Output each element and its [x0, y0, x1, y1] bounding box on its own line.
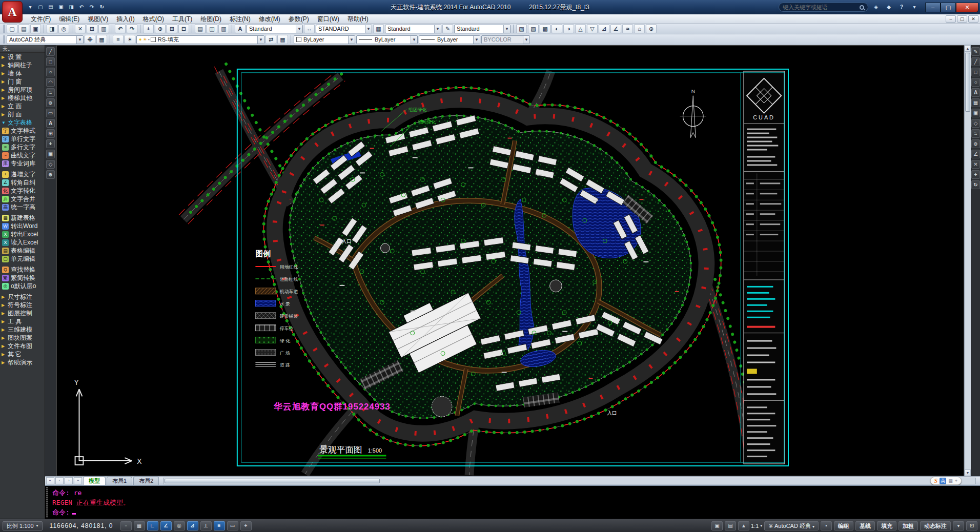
line-tool-icon[interactable]: ╱ — [46, 47, 55, 56]
layer-states-icon[interactable]: ☀ — [125, 35, 135, 44]
scroll-up-icon[interactable]: ▲ — [965, 45, 971, 52]
chevron-down-icon[interactable]: ▼ — [411, 36, 417, 44]
communication-center-icon[interactable]: ◈ — [871, 3, 881, 11]
point-tool-icon[interactable]: ⊙ — [971, 139, 980, 148]
layout-space-icon[interactable]: ▤ — [725, 521, 736, 530]
paste-icon[interactable]: ▥ — [98, 24, 109, 33]
copy-icon[interactable]: ⊞ — [87, 24, 97, 33]
grid-settings-icon[interactable]: ▦ — [96, 35, 107, 44]
sidebar-group-elevation[interactable]: ▶立 面 — [0, 102, 45, 110]
sidebar-item-text-merge[interactable]: 并文字合并 — [0, 195, 45, 203]
chevron-down-icon[interactable]: ▼ — [434, 25, 441, 33]
sidebar-item-default-layer[interactable]: ◎o默认层o — [0, 282, 45, 290]
mdi-close-button[interactable]: ✕ — [968, 15, 978, 23]
text-style-combo[interactable]: Standard▼ — [247, 25, 303, 33]
sidebar-item-unify-height[interactable]: 高统一字高 — [0, 203, 45, 211]
lineweight-combo[interactable]: ByLayer▼ — [419, 35, 480, 44]
circle-tool-icon[interactable]: ○ — [971, 78, 980, 87]
horizontal-scroll-thumb[interactable] — [165, 479, 380, 483]
dyn-toggle[interactable]: ≡ — [214, 521, 225, 530]
sidebar-group-symbol[interactable]: ▶符号标注 — [0, 301, 45, 309]
table-style-combo[interactable]: Standard▼ — [385, 25, 441, 33]
chevron-down-icon[interactable]: ▼ — [76, 36, 83, 44]
layer-freeze-icon[interactable]: ☀ — [142, 37, 147, 42]
save-icon[interactable]: ▣ — [56, 3, 66, 11]
zoom-tool-icon[interactable]: ⊕ — [46, 170, 55, 179]
plot-icon[interactable]: ◨ — [47, 24, 57, 33]
tab-layout1[interactable]: 布局1 — [107, 477, 132, 485]
sidebar-group-dimension[interactable]: ▶尺寸标注 — [0, 293, 45, 301]
layer-isolate-icon[interactable]: ▦ — [277, 35, 288, 44]
block-tool-icon[interactable]: ▣ — [46, 150, 55, 158]
sidebar-group-layer-control[interactable]: ▶图层控制 — [0, 309, 45, 317]
maximize-button[interactable]: ▢ — [941, 3, 956, 12]
command-window-grip[interactable] — [46, 487, 48, 518]
home-view-icon[interactable]: ⌂ — [634, 24, 645, 33]
menu-tools[interactable]: 工具(T) — [168, 14, 196, 24]
tab-next-icon[interactable]: › — [65, 477, 73, 484]
tab-layout2[interactable]: 布局2 — [133, 477, 159, 485]
sidebar-group-tools[interactable]: ▶工 具 — [0, 317, 45, 325]
open-file-icon[interactable]: ▤ — [18, 24, 29, 33]
open-file-icon[interactable]: ▤ — [46, 3, 55, 11]
toolbar-grip[interactable] — [3, 35, 5, 44]
dynamic-dim-toggle-button[interactable]: 动态标注 — [920, 521, 951, 530]
layer-lock-icon[interactable]: ▪ — [148, 37, 150, 42]
scale-button[interactable]: 比例 1:100▾ — [3, 521, 43, 530]
design-center-icon[interactable]: ◫ — [207, 24, 217, 33]
tab-first-icon[interactable]: « — [46, 477, 54, 484]
sidebar-item-export-word[interactable]: W转出Word — [0, 222, 45, 230]
vertical-scrollbar[interactable]: ▲ ▼ — [964, 45, 971, 476]
menu-window[interactable]: 窗口(W) — [313, 14, 343, 24]
screen-menu-header[interactable]: 天.. — [0, 45, 45, 53]
model-space-icon[interactable]: ▣ — [711, 521, 723, 530]
layer-previous-icon[interactable]: ⇄ — [266, 35, 276, 44]
menu-draw[interactable]: 绘图(D) — [196, 14, 226, 24]
menu-help[interactable]: 帮助(H) — [343, 14, 373, 24]
sidebar-group-block-pattern[interactable]: ▶图块图案 — [0, 334, 45, 342]
input-method-bar[interactable]: S 英 ▦ + — [930, 477, 962, 485]
ime-settings-icon[interactable]: + — [955, 478, 957, 483]
sidebar-item-new-table[interactable]: ▦新建表格 — [0, 214, 45, 222]
sidebar-item-text-convert[interactable]: 化文字转化 — [0, 187, 45, 195]
new-file-icon[interactable]: ▢ — [7, 24, 17, 33]
sidebar-group-section[interactable]: ▶剖 面 — [0, 110, 45, 118]
command-prompt[interactable]: 命令: — [52, 507, 980, 517]
chevron-down-icon[interactable]: ▼ — [365, 25, 372, 33]
undo-icon[interactable]: ↶ — [115, 24, 126, 33]
otrack-toggle[interactable]: ⊿ — [187, 521, 198, 530]
measure-tool-icon[interactable]: ∠ — [971, 150, 980, 158]
application-menu-button[interactable]: A — [2, 1, 23, 23]
workspace-combo[interactable]: AutoCAD 经典▼ — [7, 35, 84, 44]
chevron-down-icon[interactable]: ▼ — [348, 36, 355, 44]
menu-edit[interactable]: 编辑(E) — [55, 14, 84, 24]
mdi-restore-button[interactable]: ▢ — [957, 15, 967, 23]
plot-icon[interactable]: ◨ — [67, 3, 76, 11]
sidebar-group-help-demo[interactable]: ▶帮助演示 — [0, 358, 45, 366]
chevron-down-icon[interactable]: ▼ — [503, 25, 510, 33]
new-file-icon[interactable]: ▢ — [36, 3, 45, 11]
cut-icon[interactable]: ✕ — [75, 24, 86, 33]
command-line-window[interactable]: 命令: re REGEN 正在重生成模型。 命令: — [45, 485, 980, 519]
keyboard-icon[interactable]: ▦ — [948, 478, 953, 483]
hatch-icon[interactable]: ▧ — [516, 24, 527, 33]
layer-color-swatch[interactable] — [151, 37, 156, 42]
drawing-canvas[interactable]: 组团绿化 宅间绿化 总入口 入口 图例 用地红线 道路红线 机动车道 — [56, 45, 964, 476]
tab-prev-icon[interactable]: ‹ — [55, 477, 64, 484]
draw-tool-icon[interactable]: ✎ — [971, 47, 980, 56]
mleader-style-icon[interactable]: ✎ — [442, 24, 453, 33]
point-tool-icon[interactable]: ⊙ — [46, 98, 55, 107]
dim-style-combo[interactable]: STANDARD▼ — [316, 25, 372, 33]
properties-icon[interactable]: ▤ — [195, 24, 206, 33]
angle-tool-icon[interactable]: ⊿ — [599, 24, 609, 33]
sidebar-group-stairs[interactable]: ▶楼梯其他 — [0, 94, 45, 102]
polygon-tool-icon[interactable]: △ — [575, 24, 586, 33]
layer-on-icon[interactable]: ● — [139, 37, 141, 42]
sidebar-group-other[interactable]: ▶其 它 — [0, 350, 45, 358]
circle-tool-icon[interactable]: ○ — [46, 68, 55, 76]
tab-model[interactable]: 模型 — [83, 477, 106, 485]
search-icon[interactable] — [860, 5, 864, 10]
layer-combo[interactable]: ● ☀ ▪ RS-填充 ▼ — [136, 35, 264, 44]
rotate-tool-icon[interactable]: ↻ — [971, 180, 980, 189]
annotation-scale-control[interactable]: ▲1:1▾ — [738, 521, 762, 530]
